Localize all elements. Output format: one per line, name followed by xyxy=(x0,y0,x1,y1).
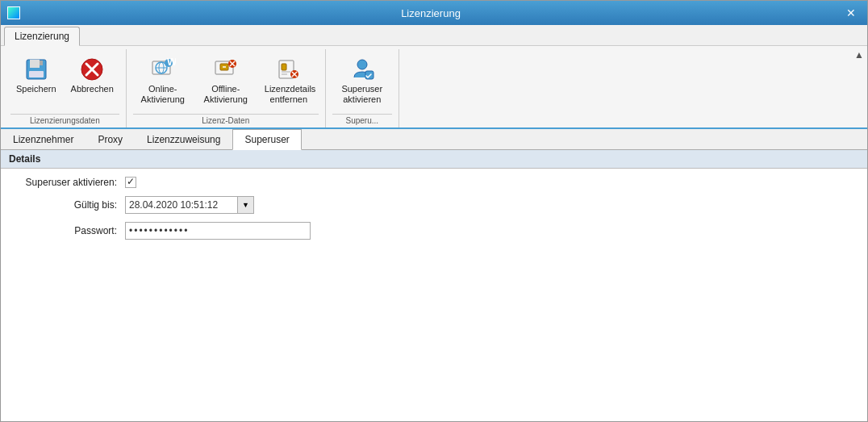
passwort-input[interactable] xyxy=(125,222,311,240)
online-icon: W xyxy=(150,56,176,82)
ribbon-group-buttons-3: Superuser aktivieren xyxy=(332,49,392,112)
main-window: Lizenzierung ✕ Lizenzierung xyxy=(0,0,868,422)
date-input-wrapper: ▼ xyxy=(125,196,254,214)
online-aktivierung-button[interactable]: W Online-Aktivierung xyxy=(133,52,193,109)
app-icon xyxy=(7,6,20,19)
svg-rect-20 xyxy=(282,64,286,70)
ribbon: Speichern Abbrechen Lizenzierungsdaten xyxy=(1,46,867,129)
label-superuser-aktivieren: Superuser aktivieren: xyxy=(12,177,117,188)
ribbon-group-label-3: Superu... xyxy=(332,114,392,127)
offline-aktivierung-button[interactable]: Offline-Aktivierung xyxy=(196,52,256,109)
window-title: Lizenzierung xyxy=(20,7,841,19)
form-row-gueltig-bis: Gültig bis: ▼ xyxy=(12,196,856,214)
superuser-icon xyxy=(349,56,375,82)
ribbon-tab-lizenzierung[interactable]: Lizenzierung xyxy=(4,27,80,46)
ribbon-group-label-2: Lizenz-Daten xyxy=(133,114,319,127)
offline-aktivierung-label: Offline-Aktivierung xyxy=(202,84,250,105)
title-bar-controls: ✕ xyxy=(841,5,861,21)
label-gueltig-bis: Gültig bis: xyxy=(12,199,117,211)
title-bar-left xyxy=(7,6,20,19)
save-icon xyxy=(23,56,49,82)
svg-rect-3 xyxy=(40,61,43,65)
ribbon-group-buttons-1: Speichern Abbrechen xyxy=(10,49,119,112)
speichern-button[interactable]: Speichern xyxy=(10,52,62,98)
tab-lizenzzuweisung[interactable]: Lizenzzuweisung xyxy=(135,129,232,150)
superuser-aktivieren-button[interactable]: Superuser aktivieren xyxy=(332,52,392,109)
svg-point-26 xyxy=(357,60,367,69)
tab-proxy[interactable]: Proxy xyxy=(86,129,135,150)
content-tabs: Lizenznehmer Proxy Lizenzzuweisung Super… xyxy=(1,129,867,150)
form-row-superuser-aktivieren: Superuser aktivieren: xyxy=(12,177,856,188)
tab-lizenznehmer[interactable]: Lizenznehmer xyxy=(1,129,86,150)
label-passwort: Passwort: xyxy=(12,225,117,236)
online-aktivierung-label: Online-Aktivierung xyxy=(139,84,187,105)
ribbon-collapse-icon[interactable]: ▲ xyxy=(854,49,864,61)
cancel-icon xyxy=(79,56,105,82)
remove-icon xyxy=(276,56,302,82)
content-area: Lizenznehmer Proxy Lizenzzuweisung Super… xyxy=(1,129,867,421)
form-row-passwort: Passwort: xyxy=(12,222,856,240)
svg-rect-2 xyxy=(29,71,44,77)
details-form: Superuser aktivieren: Gültig bis: ▼ Pass… xyxy=(1,169,867,248)
superuser-aktivieren-label: Superuser aktivieren xyxy=(338,84,386,105)
lizenzdetails-button[interactable]: Lizenzdetails entfernen xyxy=(259,52,319,109)
abbrechen-label: Abbrechen xyxy=(71,84,114,94)
lizenzdetails-label: Lizenzdetails entfernen xyxy=(265,84,313,105)
date-dropdown-button[interactable]: ▼ xyxy=(238,196,254,214)
ribbon-group-lizenz-daten: W Online-Aktivierung xyxy=(127,49,326,127)
svg-rect-1 xyxy=(30,60,40,68)
ribbon-group-label-1: Lizenzierungsdaten xyxy=(10,114,119,127)
abbrechen-button[interactable]: Abbrechen xyxy=(65,52,119,98)
ribbon-group-buttons-2: W Online-Aktivierung xyxy=(133,49,319,112)
details-panel: Details Superuser aktivieren: Gültig bis… xyxy=(1,150,867,421)
gueltig-bis-input[interactable] xyxy=(125,196,238,214)
details-section-header: Details xyxy=(1,150,867,169)
offline-icon xyxy=(213,56,239,82)
tab-superuser[interactable]: Superuser xyxy=(232,129,301,150)
close-button[interactable]: ✕ xyxy=(841,5,861,21)
ribbon-group-superuser: Superuser aktivieren Superu... xyxy=(326,49,399,127)
title-bar: Lizenzierung ✕ xyxy=(1,1,867,25)
speichern-label: Speichern xyxy=(16,84,56,94)
ribbon-tab-bar: Lizenzierung xyxy=(1,25,867,46)
checkbox-superuser-aktivieren[interactable] xyxy=(125,177,136,188)
ribbon-group-lizenzierungsdaten: Speichern Abbrechen Lizenzierungsdaten xyxy=(4,49,127,127)
svg-text:W: W xyxy=(167,56,176,68)
